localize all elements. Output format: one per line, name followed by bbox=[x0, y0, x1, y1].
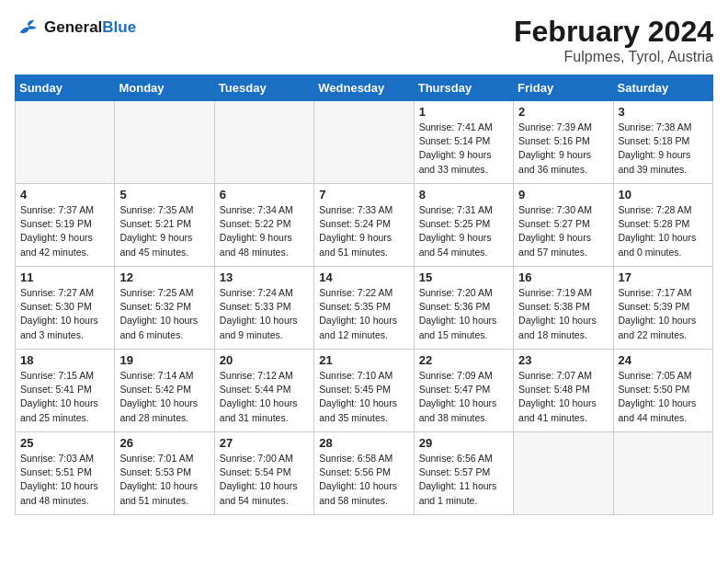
calendar-week-row: 25Sunrise: 7:03 AMSunset: 5:51 PMDayligh… bbox=[16, 432, 713, 515]
day-info: Sunrise: 7:24 AMSunset: 5:33 PMDaylight:… bbox=[220, 286, 309, 342]
day-info: Sunrise: 7:07 AMSunset: 5:48 PMDaylight:… bbox=[518, 369, 608, 425]
day-number: 29 bbox=[419, 436, 508, 450]
day-info: Sunrise: 7:14 AMSunset: 5:42 PMDaylight:… bbox=[119, 369, 209, 425]
day-number: 10 bbox=[619, 188, 708, 201]
calendar-day-cell: 22Sunrise: 7:09 AMSunset: 5:47 PMDayligh… bbox=[414, 350, 513, 432]
day-number: 14 bbox=[319, 270, 408, 284]
calendar-day-cell: 29Sunrise: 6:56 AMSunset: 5:57 PMDayligh… bbox=[414, 432, 513, 515]
day-info: Sunrise: 7:17 AMSunset: 5:39 PMDaylight:… bbox=[619, 286, 708, 342]
calendar-day-cell: 7Sunrise: 7:33 AMSunset: 5:24 PMDaylight… bbox=[314, 184, 414, 267]
day-number: 17 bbox=[619, 270, 708, 284]
calendar-week-row: 1Sunrise: 7:41 AMSunset: 5:14 PMDaylight… bbox=[16, 101, 713, 184]
calendar-day-cell: 14Sunrise: 7:22 AMSunset: 5:35 PMDayligh… bbox=[314, 267, 414, 350]
day-number: 7 bbox=[319, 188, 408, 201]
day-number: 1 bbox=[419, 105, 508, 119]
day-info: Sunrise: 6:56 AMSunset: 5:57 PMDaylight:… bbox=[419, 452, 508, 508]
day-number: 15 bbox=[419, 270, 508, 284]
day-number: 11 bbox=[20, 270, 109, 284]
day-info: Sunrise: 7:31 AMSunset: 5:25 PMDaylight:… bbox=[419, 203, 508, 259]
day-info: Sunrise: 7:19 AMSunset: 5:38 PMDaylight:… bbox=[518, 286, 608, 342]
day-number: 21 bbox=[319, 353, 408, 367]
calendar-day-cell: 3Sunrise: 7:38 AMSunset: 5:18 PMDaylight… bbox=[613, 101, 712, 184]
day-number: 6 bbox=[220, 188, 309, 201]
title-section: February 2024 Fulpmes, Tyrol, Austria bbox=[514, 15, 713, 65]
day-info: Sunrise: 7:22 AMSunset: 5:35 PMDaylight:… bbox=[319, 286, 408, 342]
weekday-header: Sunday bbox=[16, 75, 115, 101]
day-number: 24 bbox=[619, 353, 708, 367]
weekday-header-row: SundayMondayTuesdayWednesdayThursdayFrid… bbox=[16, 75, 713, 101]
day-info: Sunrise: 7:27 AMSunset: 5:30 PMDaylight:… bbox=[20, 286, 109, 342]
calendar-day-cell: 23Sunrise: 7:07 AMSunset: 5:48 PMDayligh… bbox=[514, 350, 613, 432]
calendar-table: SundayMondayTuesdayWednesdayThursdayFrid… bbox=[15, 75, 713, 515]
calendar-day-cell: 19Sunrise: 7:14 AMSunset: 5:42 PMDayligh… bbox=[115, 350, 214, 432]
location: Fulpmes, Tyrol, Austria bbox=[514, 49, 713, 65]
day-number: 9 bbox=[518, 188, 608, 201]
day-info: Sunrise: 7:00 AMSunset: 5:54 PMDaylight:… bbox=[220, 452, 309, 508]
day-info: Sunrise: 7:10 AMSunset: 5:45 PMDaylight:… bbox=[319, 369, 408, 425]
day-info: Sunrise: 7:20 AMSunset: 5:36 PMDaylight:… bbox=[419, 286, 508, 342]
day-number: 12 bbox=[119, 270, 209, 284]
day-number: 20 bbox=[220, 353, 309, 367]
calendar-day-cell: 28Sunrise: 6:58 AMSunset: 5:56 PMDayligh… bbox=[314, 432, 414, 515]
day-info: Sunrise: 7:01 AMSunset: 5:53 PMDaylight:… bbox=[119, 452, 209, 508]
day-info: Sunrise: 7:33 AMSunset: 5:24 PMDaylight:… bbox=[319, 203, 408, 259]
calendar-day-cell bbox=[214, 101, 313, 184]
calendar-day-cell: 2Sunrise: 7:39 AMSunset: 5:16 PMDaylight… bbox=[514, 101, 613, 184]
calendar-day-cell: 11Sunrise: 7:27 AMSunset: 5:30 PMDayligh… bbox=[16, 267, 115, 350]
month-title: February 2024 bbox=[514, 15, 713, 49]
day-info: Sunrise: 7:39 AMSunset: 5:16 PMDaylight:… bbox=[518, 121, 608, 177]
day-number: 28 bbox=[319, 436, 408, 450]
day-number: 3 bbox=[619, 105, 708, 119]
day-number: 16 bbox=[518, 270, 608, 284]
calendar-day-cell bbox=[16, 101, 115, 184]
day-info: Sunrise: 7:09 AMSunset: 5:47 PMDaylight:… bbox=[419, 369, 508, 425]
day-number: 27 bbox=[220, 436, 309, 450]
calendar-day-cell: 4Sunrise: 7:37 AMSunset: 5:19 PMDaylight… bbox=[16, 184, 115, 267]
calendar-day-cell bbox=[514, 432, 613, 515]
day-info: Sunrise: 7:28 AMSunset: 5:28 PMDaylight:… bbox=[619, 203, 708, 259]
calendar-week-row: 4Sunrise: 7:37 AMSunset: 5:19 PMDaylight… bbox=[16, 184, 713, 267]
day-number: 19 bbox=[119, 353, 209, 367]
calendar-day-cell: 21Sunrise: 7:10 AMSunset: 5:45 PMDayligh… bbox=[314, 350, 414, 432]
day-number: 2 bbox=[518, 105, 608, 119]
calendar-day-cell: 5Sunrise: 7:35 AMSunset: 5:21 PMDaylight… bbox=[115, 184, 214, 267]
calendar-week-row: 11Sunrise: 7:27 AMSunset: 5:30 PMDayligh… bbox=[16, 267, 713, 350]
calendar-day-cell: 6Sunrise: 7:34 AMSunset: 5:22 PMDaylight… bbox=[214, 184, 313, 267]
weekday-header: Monday bbox=[115, 75, 214, 101]
day-number: 26 bbox=[119, 436, 209, 450]
calendar-day-cell: 26Sunrise: 7:01 AMSunset: 5:53 PMDayligh… bbox=[115, 432, 214, 515]
weekday-header: Thursday bbox=[414, 75, 513, 101]
day-info: Sunrise: 7:35 AMSunset: 5:21 PMDaylight:… bbox=[119, 203, 209, 259]
calendar-day-cell bbox=[115, 101, 214, 184]
calendar-day-cell bbox=[314, 101, 414, 184]
day-number: 18 bbox=[20, 353, 109, 367]
calendar-day-cell: 8Sunrise: 7:31 AMSunset: 5:25 PMDaylight… bbox=[414, 184, 513, 267]
day-number: 25 bbox=[20, 436, 109, 450]
day-info: Sunrise: 6:58 AMSunset: 5:56 PMDaylight:… bbox=[319, 452, 408, 508]
day-number: 23 bbox=[518, 353, 608, 367]
calendar-day-cell: 15Sunrise: 7:20 AMSunset: 5:36 PMDayligh… bbox=[414, 267, 513, 350]
calendar-day-cell: 9Sunrise: 7:30 AMSunset: 5:27 PMDaylight… bbox=[514, 184, 613, 267]
day-info: Sunrise: 7:38 AMSunset: 5:18 PMDaylight:… bbox=[619, 121, 708, 177]
day-info: Sunrise: 7:41 AMSunset: 5:14 PMDaylight:… bbox=[419, 121, 508, 177]
calendar-day-cell: 1Sunrise: 7:41 AMSunset: 5:14 PMDaylight… bbox=[414, 101, 513, 184]
day-number: 13 bbox=[220, 270, 309, 284]
day-info: Sunrise: 7:03 AMSunset: 5:51 PMDaylight:… bbox=[20, 452, 109, 508]
logo-text: GeneralBlue bbox=[44, 18, 136, 37]
day-info: Sunrise: 7:12 AMSunset: 5:44 PMDaylight:… bbox=[220, 369, 309, 425]
day-info: Sunrise: 7:15 AMSunset: 5:41 PMDaylight:… bbox=[20, 369, 109, 425]
calendar-day-cell: 17Sunrise: 7:17 AMSunset: 5:39 PMDayligh… bbox=[613, 267, 712, 350]
day-info: Sunrise: 7:25 AMSunset: 5:32 PMDaylight:… bbox=[119, 286, 209, 342]
day-number: 5 bbox=[119, 188, 209, 201]
weekday-header: Wednesday bbox=[314, 75, 414, 101]
calendar-day-cell: 13Sunrise: 7:24 AMSunset: 5:33 PMDayligh… bbox=[214, 267, 313, 350]
calendar-day-cell: 25Sunrise: 7:03 AMSunset: 5:51 PMDayligh… bbox=[16, 432, 115, 515]
calendar-day-cell: 27Sunrise: 7:00 AMSunset: 5:54 PMDayligh… bbox=[214, 432, 313, 515]
calendar-day-cell: 18Sunrise: 7:15 AMSunset: 5:41 PMDayligh… bbox=[16, 350, 115, 432]
weekday-header: Saturday bbox=[613, 75, 712, 101]
calendar-day-cell: 24Sunrise: 7:05 AMSunset: 5:50 PMDayligh… bbox=[613, 350, 712, 432]
day-number: 4 bbox=[20, 188, 109, 201]
logo-icon bbox=[15, 15, 40, 40]
day-number: 22 bbox=[419, 353, 508, 367]
day-info: Sunrise: 7:37 AMSunset: 5:19 PMDaylight:… bbox=[20, 203, 109, 259]
